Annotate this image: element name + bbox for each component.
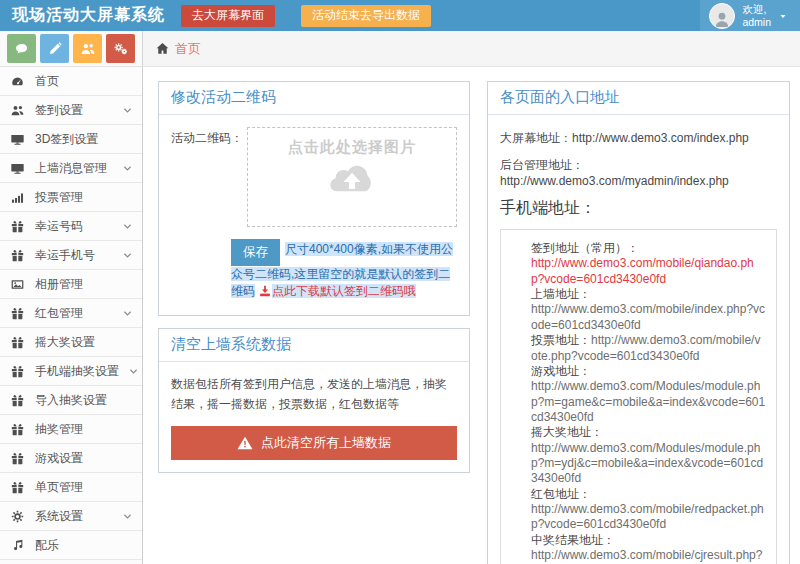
sidebar-item-label: 3D签到设置 bbox=[35, 131, 133, 148]
qrcode-tip: 保存尺寸400*400像素,如果不使用公众号二维码,这里留空的就是默认的签到二维… bbox=[231, 239, 457, 303]
chevron-down-icon bbox=[122, 511, 133, 522]
gift-icon bbox=[11, 220, 26, 233]
mobile-entry-label: 签到地址（常用）： bbox=[531, 241, 766, 256]
mobile-address-box: 签到地址（常用）：http://www.demo3.com/mobile/qia… bbox=[500, 229, 777, 564]
clear-data-panel-header: 清空上墙系统数据 bbox=[159, 329, 469, 362]
gift-icon bbox=[11, 365, 26, 378]
users-shortcut-button[interactable] bbox=[73, 34, 102, 63]
mobile-entry-url: http://www.demo3.com/mobile/index.php?vc… bbox=[531, 302, 766, 333]
warning-icon bbox=[237, 436, 253, 450]
chevron-down-icon bbox=[122, 105, 133, 116]
home-icon bbox=[156, 42, 169, 55]
mobile-entry: 投票地址：http://www.demo3.com/mobile/vote.ph… bbox=[531, 333, 766, 364]
mobile-entry-label: 游戏地址： bbox=[531, 364, 766, 379]
sidebar-item[interactable]: 手机端抽奖设置 bbox=[0, 357, 142, 386]
user-greeting: 欢迎, admin bbox=[742, 3, 771, 28]
sidebar-item-label: 幸运手机号 bbox=[35, 247, 113, 264]
sidebar-item[interactable]: 投票管理 bbox=[0, 183, 142, 212]
settings-shortcut-button[interactable] bbox=[106, 34, 135, 63]
image-upload-dropzone[interactable]: 点击此处选择图片 bbox=[247, 127, 457, 227]
sidebar-item-label: 配乐 bbox=[35, 537, 133, 554]
clear-data-panel: 清空上墙系统数据 数据包括所有签到用户信息，发送的上墙消息，抽奖结果，摇一摇数据… bbox=[158, 328, 470, 473]
clear-data-description: 数据包括所有签到用户信息，发送的上墙消息，抽奖结果，摇一摇数据，投票数据，红包数… bbox=[171, 374, 457, 415]
admin-address: 后台管理地址：http://www.demo3.com/myadmin/inde… bbox=[500, 157, 777, 188]
clear-all-data-button[interactable]: 点此清空所有上墙数据 bbox=[171, 426, 457, 460]
qrcode-field-label: 活动二维码： bbox=[171, 127, 247, 227]
go-bigscreen-button[interactable]: 去大屏幕界面 bbox=[181, 5, 275, 27]
mobile-entry-url: http://www.demo3.com/mobile/cjresult.php… bbox=[531, 548, 766, 564]
sidebar-item-label: 导入抽奖设置 bbox=[35, 392, 133, 409]
gift-icon bbox=[11, 452, 26, 465]
entry-urls-panel-body: 大屏幕地址：http://www.demo3.com/index.php 后台管… bbox=[488, 115, 789, 564]
mobile-entry-label: 中奖结果地址： bbox=[531, 533, 766, 548]
username: admin bbox=[742, 16, 771, 29]
sidebar-item[interactable]: 摇大奖设置 bbox=[0, 328, 142, 357]
sidebar-item[interactable]: 配乐 bbox=[0, 531, 142, 560]
content-area: 修改活动二维码 活动二维码： 点击此处选择图片 保存尺寸400*400像素,如果… bbox=[143, 67, 800, 564]
qrcode-panel-body: 活动二维码： 点击此处选择图片 保存尺寸400*400像素,如果不使用公众号二维… bbox=[159, 115, 469, 315]
sidebar-item[interactable]: 签到设置 bbox=[0, 96, 142, 125]
gears-icon bbox=[114, 42, 128, 56]
sidebar-item[interactable]: 幸运手机号 bbox=[0, 241, 142, 270]
mobile-entry: 签到地址（常用）：http://www.demo3.com/mobile/qia… bbox=[531, 241, 766, 287]
mobile-entry-url: http://www.demo3.com/mobile/qiandao.php?… bbox=[531, 256, 766, 287]
chevron-down-icon bbox=[122, 221, 133, 232]
gift-icon bbox=[11, 394, 26, 407]
sidebar-item[interactable]: 相册管理 bbox=[0, 270, 142, 299]
clear-data-panel-body: 数据包括所有签到用户信息，发送的上墙消息，抽奖结果，摇一摇数据，投票数据，红包数… bbox=[159, 362, 469, 472]
sidebar-item[interactable]: 首页 bbox=[0, 67, 142, 96]
sidebar-item-label: 游戏设置 bbox=[35, 450, 133, 467]
sidebar-item[interactable]: 游戏设置 bbox=[0, 444, 142, 473]
mobile-entry-url: http://www.demo3.com/mobile/redpacket.ph… bbox=[531, 502, 766, 533]
gift-icon bbox=[11, 423, 26, 436]
qrcode-panel-title: 修改活动二维码 bbox=[171, 88, 276, 105]
sidebar-item-label: 手机端抽奖设置 bbox=[35, 363, 119, 380]
breadcrumb-home[interactable]: 首页 bbox=[175, 40, 201, 58]
mobile-entry: 红包地址：http://www.demo3.com/mobile/redpack… bbox=[531, 487, 766, 533]
sidebar-item[interactable]: 单页管理 bbox=[0, 473, 142, 502]
chevron-down-icon bbox=[122, 250, 133, 261]
comment-icon bbox=[15, 42, 29, 56]
sidebar-item-label: 红包管理 bbox=[35, 305, 113, 322]
sidebar-item-label: 摇大奖设置 bbox=[35, 334, 133, 351]
qrcode-panel: 修改活动二维码 活动二维码： 点击此处选择图片 保存尺寸400*400像素,如果… bbox=[158, 81, 470, 316]
mobile-entry-label: 上墙地址： bbox=[531, 287, 766, 302]
monitor-icon bbox=[11, 162, 26, 175]
sidebar-item-label: 抽奖管理 bbox=[35, 421, 133, 438]
chevron-down-icon bbox=[122, 308, 133, 319]
left-column: 修改活动二维码 活动二维码： 点击此处选择图片 保存尺寸400*400像素,如果… bbox=[158, 81, 470, 564]
gear-icon bbox=[11, 510, 26, 523]
mobile-entry: 上墙地址：http://www.demo3.com/mobile/index.p… bbox=[531, 287, 766, 333]
comment-shortcut-button[interactable] bbox=[7, 34, 36, 63]
mobile-address-label: 手机端地址： bbox=[500, 198, 777, 219]
top-navbar: 现场活动大屏幕系统 去大屏幕界面 活动结束去导出数据 欢迎, admin bbox=[0, 0, 800, 31]
download-icon bbox=[259, 285, 271, 302]
sub-bar: 首页 bbox=[0, 31, 800, 67]
monitor-icon bbox=[11, 133, 26, 146]
sidebar-item[interactable]: 系统设置 bbox=[0, 502, 142, 531]
sidebar-item[interactable]: 抽奖管理 bbox=[0, 415, 142, 444]
sidebar-item[interactable]: 幸运号码 bbox=[0, 212, 142, 241]
save-button[interactable]: 保存 bbox=[231, 239, 280, 266]
sidebar-item[interactable]: 导入抽奖设置 bbox=[0, 386, 142, 415]
sidebar-item[interactable]: 上墙消息管理 bbox=[0, 154, 142, 183]
user-menu[interactable]: 欢迎, admin bbox=[700, 0, 800, 31]
sidebar-item[interactable]: 红包管理 bbox=[0, 299, 142, 328]
right-column: 各页面的入口地址 大屏幕地址：http://www.demo3.com/inde… bbox=[487, 81, 790, 564]
sidebar-item-label: 幸运号码 bbox=[35, 218, 113, 235]
caret-down-icon bbox=[778, 11, 788, 21]
mobile-entry: 摇大奖地址：http://www.demo3.com/Modules/modul… bbox=[531, 425, 766, 486]
gift-icon bbox=[11, 307, 26, 320]
mobile-entry-label: 投票地址： bbox=[531, 333, 591, 347]
gift-icon bbox=[11, 481, 26, 494]
export-data-button[interactable]: 活动结束去导出数据 bbox=[301, 5, 431, 27]
gift-icon bbox=[11, 249, 26, 262]
download-default-qrcode-link[interactable]: 点此下载默认签到二维码哦 bbox=[272, 284, 416, 298]
qrcode-panel-header: 修改活动二维码 bbox=[159, 82, 469, 115]
image-icon bbox=[11, 278, 26, 291]
entry-urls-panel-title: 各页面的入口地址 bbox=[500, 88, 620, 105]
edit-shortcut-button[interactable] bbox=[40, 34, 69, 63]
sidebar-item[interactable]: 3D签到设置 bbox=[0, 125, 142, 154]
sidebar-item-label: 首页 bbox=[35, 73, 133, 90]
sidebar-item-label: 签到设置 bbox=[35, 102, 113, 119]
